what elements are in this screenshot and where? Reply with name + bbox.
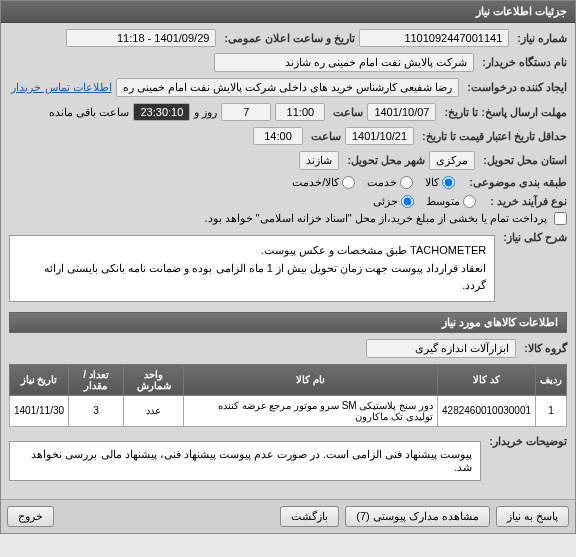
class-both-option[interactable]: کالا/خدمت [292,176,355,189]
days-value: 7 [221,103,271,121]
group-label: گروه کالا: [524,342,567,355]
org-label: نام دستگاه خریدار: [482,56,567,69]
price-deadline-date: 1401/10/21 [345,127,414,145]
pay-note-wrap: پرداخت تمام یا بخشی از مبلغ خرید،از محل … [204,212,567,225]
th-row: ردیف [536,364,567,395]
cell-name: دور سنج پلاستیکی SM سرو موتور مرجع عرضه … [184,395,438,426]
class-service-radio[interactable] [400,176,413,189]
price-deadline-label: حداقل تاریخ اعتبار قیمت تا تاریخ: [422,130,567,143]
cell-unit: عدد [123,395,183,426]
buy-type-group: متوسط جزئی [373,195,476,208]
reply-deadline-date: 1401/10/07 [367,103,436,121]
time-label-2: ساعت [311,130,341,143]
panel-title: جزئیات اطلاعات نیاز [1,1,575,23]
class-radio-group: کالا خدمت کالا/خدمت [292,176,455,189]
contact-link[interactable]: اطلاعات تماس خریدار [11,81,111,94]
loc-label: استان محل تحویل: [483,154,567,167]
th-unit: واحد شمارش [123,364,183,395]
cell-date: 1401/11/30 [10,395,69,426]
need-details-panel: جزئیات اطلاعات نیاز شماره نیاز: 11010924… [0,0,576,534]
table-row[interactable]: 1 4282460010030001 دور سنج پلاستیکی SM س… [10,395,567,426]
th-qty: تعداد / مقدار [69,364,124,395]
need-no-label: شماره نیاز: [517,32,567,45]
cell-code: 4282460010030001 [438,395,536,426]
need-desc-box: TACHOMETER طبق مشخصات و عکس پیوست. انعقا… [9,235,495,302]
city-label: شهر محل تحویل: [347,154,425,167]
cell-row: 1 [536,395,567,426]
class-goods-option[interactable]: کالا [425,176,455,189]
th-date: تاریخ نیاز [10,364,69,395]
group-value: ابزارآلات اندازه گیری [366,339,516,358]
table-header-row: ردیف کد کالا نام کالا واحد شمارش تعداد /… [10,364,567,395]
class-label: طبقه بندی موضوعی: [469,176,567,189]
pay-note-checkbox[interactable] [554,212,567,225]
buy-type-mid-option[interactable]: متوسط [426,195,476,208]
buy-type-label: نوع فرآیند خرید : [490,195,567,208]
announce-value: 1401/09/29 - 11:18 [66,29,216,47]
need-desc-label: شرح کلی نیاز: [503,231,567,244]
loc-value: مرکزی [429,151,475,170]
buy-type-mid-radio[interactable] [463,195,476,208]
class-service-option[interactable]: خدمت [367,176,413,189]
time-label-1: ساعت [333,106,363,119]
attachments-button[interactable]: مشاهده مدارک پیوستی (7) [345,506,490,527]
reply-deadline-time: 11:00 [275,103,325,121]
items-section-header: اطلاعات کالاهای مورد نیاز [9,312,567,333]
need-desc-line2: انعقاد قرارداد پیوست جهت زمان تحویل بیش … [18,260,486,295]
announce-label: تاریخ و ساعت اعلان عمومی: [224,32,355,45]
days-suffix: روز و [194,106,217,119]
creator-label: ایجاد کننده درخواست: [467,81,567,94]
buyer-note-box: پیوست پیشنهاد فنی الزامی است. در صورت عد… [9,441,481,481]
button-bar: پاسخ به نیاز مشاهده مدارک پیوستی (7) باز… [1,499,575,533]
back-button[interactable]: بازگشت [280,506,339,527]
remaining-label: ساعت باقی مانده [49,106,129,119]
panel-body: شماره نیاز: 1101092447001141 تاریخ و ساع… [1,23,575,499]
buy-type-small-option[interactable]: جزئی [373,195,414,208]
need-desc-line1: TACHOMETER طبق مشخصات و عکس پیوست. [18,242,486,260]
th-name: نام کالا [184,364,438,395]
city-value: شازند [299,151,339,170]
need-no-value: 1101092447001141 [359,29,509,47]
countdown-value: 23:30:10 [133,103,190,121]
exit-button[interactable]: خروج [7,506,54,527]
class-goods-radio[interactable] [442,176,455,189]
pay-note-text: پرداخت تمام یا بخشی از مبلغ خرید،از محل … [204,212,547,225]
buyer-note-label: توضیحات خریدار: [489,435,567,448]
class-both-radio[interactable] [342,176,355,189]
th-code: کد کالا [438,364,536,395]
price-deadline-time: 14:00 [253,127,303,145]
reply-deadline-label: مهلت ارسال پاسخ: تا تاریخ: [444,106,567,119]
org-value: شرکت پالایش نفت امام خمینی ره شازند [214,53,474,72]
creator-value: رضا شفیعی کارشناس خرید های داخلی شرکت پا… [116,78,460,97]
reply-button[interactable]: پاسخ به نیاز [496,506,569,527]
cell-qty: 3 [69,395,124,426]
items-table: ردیف کد کالا نام کالا واحد شمارش تعداد /… [9,364,567,427]
buy-type-small-radio[interactable] [401,195,414,208]
spacer [60,506,274,527]
